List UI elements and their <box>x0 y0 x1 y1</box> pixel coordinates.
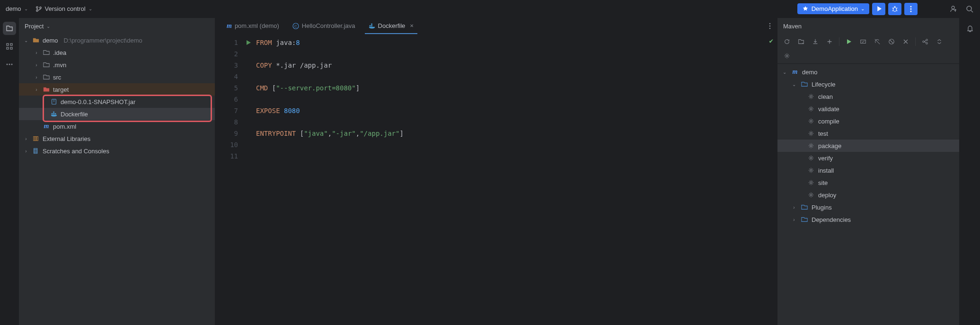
svg-point-40 <box>810 108 812 110</box>
show-deps-button[interactable] <box>919 36 931 47</box>
project-tool-button[interactable] <box>3 22 16 35</box>
search-button[interactable] <box>963 3 976 15</box>
chevron-down-icon: ⌄ <box>24 6 28 11</box>
collapse-all-button[interactable] <box>934 36 945 47</box>
generate-sources-button[interactable] <box>795 36 807 47</box>
folder-icon <box>800 216 809 223</box>
tree-node-jar[interactable]: › demo-0.0.1-SNAPSHOT.jar <box>19 96 215 108</box>
close-icon[interactable]: ✕ <box>410 23 414 28</box>
inspection-ok-icon[interactable]: ✔ <box>769 37 773 44</box>
tree-label: demo-0.0.1-SNAPSHOT.jar <box>61 98 135 105</box>
vcs-label: Version control <box>45 5 86 12</box>
gear-icon <box>807 105 815 112</box>
chevron-down-icon: ⌄ <box>781 70 788 75</box>
run-line-icon[interactable] <box>244 37 253 48</box>
project-dropdown[interactable]: demo ⌄ <box>6 5 28 12</box>
maven-goal-verify[interactable]: verify <box>777 152 959 164</box>
maven-goal-label: deploy <box>818 192 836 199</box>
maven-plugins[interactable]: › Plugins <box>777 201 959 213</box>
maven-goal-validate[interactable]: validate <box>777 103 959 115</box>
maven-goal-compile[interactable]: compile <box>777 115 959 127</box>
maven-goal-label: install <box>818 167 834 174</box>
run-button[interactable] <box>872 3 885 15</box>
folder-excluded-icon <box>43 86 50 93</box>
maven-goal-clean[interactable]: clean <box>777 90 959 103</box>
project-panel-title[interactable]: Project ⌄ <box>19 18 215 34</box>
gear-icon <box>807 130 815 137</box>
svg-rect-23 <box>37 137 38 141</box>
maven-root[interactable]: ⌄ m demo <box>777 66 959 78</box>
maven-deps[interactable]: › Dependencies <box>777 213 959 226</box>
tab-pom[interactable]: m pom.xml (demo) <box>220 18 286 34</box>
reload-button[interactable] <box>781 36 793 47</box>
maven-lifecycle[interactable]: ⌄ Lifecycle <box>777 78 959 90</box>
maven-goal-package[interactable]: package <box>777 140 959 152</box>
tab-dockerfile[interactable]: Dockerfile ✕ <box>362 18 421 34</box>
structure-tool-button[interactable] <box>3 40 16 53</box>
svg-rect-20 <box>55 113 56 114</box>
maven-title: Maven <box>777 18 959 34</box>
tree-node-target[interactable]: › target <box>19 83 215 96</box>
vcs-dropdown[interactable]: Version control ⌄ <box>35 5 92 12</box>
tab-label: HelloController.java <box>302 22 355 29</box>
editor[interactable]: 1234567891011 FROM java:8 COPY *.jar /ap… <box>215 34 777 325</box>
maven-plugins-label: Plugins <box>812 204 832 211</box>
tree-node-dockerfile[interactable]: › Dockerfile <box>19 108 215 120</box>
maven-icon: m <box>227 22 232 30</box>
toggle-offline-button[interactable] <box>872 36 883 47</box>
tree-node[interactable]: › .mvn <box>19 59 215 71</box>
chevron-down-icon: ⌄ <box>46 24 50 29</box>
more-tool-button[interactable] <box>3 58 16 71</box>
gear-icon <box>807 192 815 198</box>
tab-hello[interactable]: C HelloController.java <box>286 18 362 34</box>
svg-point-36 <box>926 39 928 41</box>
chevron-down-icon: ⌄ <box>88 6 92 11</box>
folder-icon <box>43 74 50 80</box>
library-icon <box>32 135 40 142</box>
tree-node[interactable]: › src <box>19 71 215 83</box>
tree-node-ext[interactable]: › External Libraries <box>19 132 215 145</box>
tree-node-scratch[interactable]: › Scratches and Consoles <box>19 145 215 157</box>
maven-goal-label: site <box>818 179 828 186</box>
download-sources-button[interactable] <box>810 36 821 47</box>
project-name: demo <box>6 5 21 12</box>
chevron-right-icon: › <box>23 149 29 154</box>
gear-icon <box>807 118 815 124</box>
close-panel-button[interactable] <box>900 36 911 47</box>
maven-goal-label: test <box>818 130 828 137</box>
maven-deps-label: Dependencies <box>812 216 851 223</box>
code[interactable]: FROM java:8 COPY *.jar /app.jar CMD ["--… <box>253 34 777 325</box>
maven-goal-install[interactable]: install <box>777 164 959 176</box>
more-run-button[interactable] <box>904 3 918 15</box>
tree-node[interactable]: › .idea <box>19 46 215 59</box>
maven-settings-button[interactable] <box>781 50 793 61</box>
maven-goal-label: clean <box>818 93 833 100</box>
tree-label: target <box>53 86 69 93</box>
notifications-button[interactable] <box>963 22 977 35</box>
run-config-dropdown[interactable]: DemoApplication ⌄ <box>797 3 869 14</box>
tree-label: External Libraries <box>43 135 90 142</box>
execute-goal-button[interactable] <box>857 36 869 47</box>
maven-icon: m <box>791 68 799 76</box>
run-maven-button[interactable] <box>843 36 855 47</box>
debug-button[interactable] <box>888 3 901 15</box>
add-maven-button[interactable] <box>824 36 835 47</box>
code-with-me-button[interactable] <box>947 3 960 15</box>
editor-more-button[interactable] <box>763 18 777 34</box>
maven-goal-deploy[interactable]: deploy <box>777 189 959 201</box>
chevron-down-icon: ⌄ <box>861 6 865 11</box>
maven-goal-test[interactable]: test <box>777 127 959 140</box>
run-config-label: DemoApplication <box>812 5 858 12</box>
panel-title-label: Project <box>25 23 44 30</box>
tree-node-pom[interactable]: › m pom.xml <box>19 120 215 132</box>
maven-goal-site[interactable]: site <box>777 176 959 189</box>
chevron-down-icon: ⌄ <box>791 82 797 87</box>
svg-rect-29 <box>371 23 372 25</box>
panel-title-label: Maven <box>783 23 802 30</box>
maven-tree[interactable]: ⌄ m demo ⌄ Lifecycle cleanvalidatecompil… <box>777 64 959 325</box>
project-tree[interactable]: ⌄ demo D:\programmer\project\demo › .ide… <box>19 34 215 325</box>
tree-node-root[interactable]: ⌄ demo D:\programmer\project\demo <box>19 34 215 46</box>
skip-tests-button[interactable] <box>886 36 897 47</box>
docker-icon <box>369 23 375 29</box>
svg-rect-9 <box>7 44 9 45</box>
